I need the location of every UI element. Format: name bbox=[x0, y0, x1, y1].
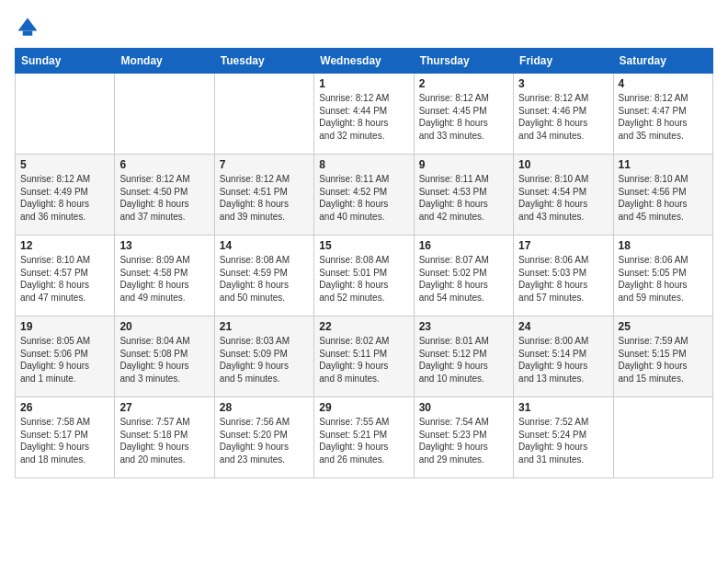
weekday-header-tuesday: Tuesday bbox=[214, 49, 313, 74]
day-number: 15 bbox=[319, 239, 408, 252]
day-number: 8 bbox=[319, 158, 408, 171]
calendar-cell: 21Sunrise: 8:03 AMSunset: 5:09 PMDayligh… bbox=[214, 316, 313, 397]
day-info: Sunrise: 8:02 AMSunset: 5:11 PMDaylight:… bbox=[319, 335, 408, 385]
day-info: Sunrise: 8:12 AMSunset: 4:49 PMDaylight:… bbox=[20, 173, 109, 223]
calendar-cell: 4Sunrise: 8:12 AMSunset: 4:47 PMDaylight… bbox=[613, 74, 712, 155]
calendar-cell: 27Sunrise: 7:57 AMSunset: 5:18 PMDayligh… bbox=[115, 397, 214, 478]
day-number: 18 bbox=[619, 239, 708, 252]
calendar-cell: 20Sunrise: 8:04 AMSunset: 5:08 PMDayligh… bbox=[115, 316, 214, 397]
day-number: 6 bbox=[119, 158, 209, 171]
day-number: 13 bbox=[119, 239, 209, 252]
calendar-cell: 5Sunrise: 8:12 AMSunset: 4:49 PMDaylight… bbox=[16, 155, 115, 236]
calendar-cell: 7Sunrise: 8:12 AMSunset: 4:51 PMDaylight… bbox=[214, 155, 313, 236]
header bbox=[15, 15, 713, 40]
calendar-cell: 17Sunrise: 8:06 AMSunset: 5:03 PMDayligh… bbox=[514, 236, 613, 316]
day-info: Sunrise: 8:00 AMSunset: 5:14 PMDaylight:… bbox=[518, 335, 608, 385]
calendar-cell: 12Sunrise: 8:10 AMSunset: 4:57 PMDayligh… bbox=[16, 236, 115, 316]
calendar-cell bbox=[214, 74, 313, 155]
day-number: 24 bbox=[518, 320, 608, 333]
day-number: 23 bbox=[419, 320, 508, 333]
calendar-cell: 9Sunrise: 8:11 AMSunset: 4:53 PMDaylight… bbox=[414, 155, 513, 236]
calendar-cell: 29Sunrise: 7:55 AMSunset: 5:21 PMDayligh… bbox=[314, 397, 414, 478]
calendar-cell: 10Sunrise: 8:10 AMSunset: 4:54 PMDayligh… bbox=[514, 155, 613, 236]
calendar-cell bbox=[613, 397, 712, 478]
calendar-cell: 30Sunrise: 7:54 AMSunset: 5:23 PMDayligh… bbox=[414, 397, 513, 478]
day-number: 19 bbox=[20, 320, 109, 333]
week-row-2: 5Sunrise: 8:12 AMSunset: 4:49 PMDaylight… bbox=[16, 155, 713, 236]
calendar-cell: 11Sunrise: 8:10 AMSunset: 4:56 PMDayligh… bbox=[613, 155, 712, 236]
day-info: Sunrise: 8:07 AMSunset: 5:02 PMDaylight:… bbox=[419, 254, 508, 304]
day-number: 7 bbox=[220, 158, 309, 171]
day-info: Sunrise: 8:12 AMSunset: 4:44 PMDaylight:… bbox=[319, 92, 408, 142]
day-number: 5 bbox=[20, 158, 109, 171]
logo bbox=[15, 15, 44, 40]
day-number: 11 bbox=[619, 158, 708, 171]
day-info: Sunrise: 8:08 AMSunset: 5:01 PMDaylight:… bbox=[319, 254, 408, 304]
calendar-cell: 19Sunrise: 8:05 AMSunset: 5:06 PMDayligh… bbox=[16, 316, 115, 397]
day-info: Sunrise: 8:10 AMSunset: 4:56 PMDaylight:… bbox=[619, 173, 708, 223]
day-info: Sunrise: 8:04 AMSunset: 5:08 PMDaylight:… bbox=[119, 335, 209, 385]
day-number: 25 bbox=[619, 320, 708, 333]
day-info: Sunrise: 8:11 AMSunset: 4:53 PMDaylight:… bbox=[419, 173, 508, 223]
day-info: Sunrise: 8:12 AMSunset: 4:47 PMDaylight:… bbox=[619, 92, 708, 142]
day-info: Sunrise: 7:57 AMSunset: 5:18 PMDaylight:… bbox=[119, 416, 209, 465]
day-info: Sunrise: 7:52 AMSunset: 5:24 PMDaylight:… bbox=[518, 416, 608, 465]
calendar-cell: 2Sunrise: 8:12 AMSunset: 4:45 PMDaylight… bbox=[414, 74, 513, 155]
day-number: 31 bbox=[518, 401, 608, 414]
calendar-cell: 26Sunrise: 7:58 AMSunset: 5:17 PMDayligh… bbox=[16, 397, 115, 478]
calendar-container: SundayMondayTuesdayWednesdayThursdayFrid… bbox=[0, 0, 728, 488]
day-info: Sunrise: 7:54 AMSunset: 5:23 PMDaylight:… bbox=[419, 416, 508, 465]
day-info: Sunrise: 8:03 AMSunset: 5:09 PMDaylight:… bbox=[220, 335, 309, 385]
day-info: Sunrise: 8:12 AMSunset: 4:51 PMDaylight:… bbox=[220, 173, 309, 223]
day-info: Sunrise: 8:12 AMSunset: 4:50 PMDaylight:… bbox=[119, 173, 209, 223]
day-info: Sunrise: 8:10 AMSunset: 4:57 PMDaylight:… bbox=[20, 254, 109, 304]
day-number: 2 bbox=[419, 77, 508, 90]
calendar-cell: 25Sunrise: 7:59 AMSunset: 5:15 PMDayligh… bbox=[613, 316, 712, 397]
day-number: 9 bbox=[419, 158, 508, 171]
day-number: 1 bbox=[319, 77, 408, 90]
day-number: 17 bbox=[518, 239, 608, 252]
day-number: 16 bbox=[419, 239, 508, 252]
calendar-cell: 15Sunrise: 8:08 AMSunset: 5:01 PMDayligh… bbox=[314, 236, 414, 316]
day-info: Sunrise: 8:06 AMSunset: 5:03 PMDaylight:… bbox=[518, 254, 608, 304]
day-number: 28 bbox=[220, 401, 309, 414]
weekday-header-friday: Friday bbox=[514, 49, 613, 74]
day-number: 20 bbox=[119, 320, 209, 333]
day-info: Sunrise: 8:12 AMSunset: 4:46 PMDaylight:… bbox=[518, 92, 608, 142]
week-row-1: 1Sunrise: 8:12 AMSunset: 4:44 PMDaylight… bbox=[16, 74, 713, 155]
day-number: 21 bbox=[220, 320, 309, 333]
day-info: Sunrise: 8:01 AMSunset: 5:12 PMDaylight:… bbox=[419, 335, 508, 385]
calendar-table: SundayMondayTuesdayWednesdayThursdayFrid… bbox=[15, 48, 713, 478]
calendar-cell: 22Sunrise: 8:02 AMSunset: 5:11 PMDayligh… bbox=[314, 316, 414, 397]
weekday-header-wednesday: Wednesday bbox=[314, 49, 414, 74]
calendar-cell: 8Sunrise: 8:11 AMSunset: 4:52 PMDaylight… bbox=[314, 155, 414, 236]
day-info: Sunrise: 8:05 AMSunset: 5:06 PMDaylight:… bbox=[20, 335, 109, 385]
calendar-cell: 31Sunrise: 7:52 AMSunset: 5:24 PMDayligh… bbox=[514, 397, 613, 478]
weekday-header-monday: Monday bbox=[115, 49, 214, 74]
week-row-5: 26Sunrise: 7:58 AMSunset: 5:17 PMDayligh… bbox=[16, 397, 713, 478]
svg-marker-0 bbox=[18, 18, 38, 31]
day-info: Sunrise: 7:56 AMSunset: 5:20 PMDaylight:… bbox=[220, 416, 309, 465]
day-info: Sunrise: 8:10 AMSunset: 4:54 PMDaylight:… bbox=[518, 173, 608, 223]
calendar-cell: 16Sunrise: 8:07 AMSunset: 5:02 PMDayligh… bbox=[414, 236, 513, 316]
day-number: 29 bbox=[319, 401, 408, 414]
calendar-cell: 23Sunrise: 8:01 AMSunset: 5:12 PMDayligh… bbox=[414, 316, 513, 397]
calendar-cell bbox=[16, 74, 115, 155]
calendar-cell: 14Sunrise: 8:08 AMSunset: 4:59 PMDayligh… bbox=[214, 236, 313, 316]
svg-rect-1 bbox=[23, 31, 33, 36]
day-info: Sunrise: 8:06 AMSunset: 5:05 PMDaylight:… bbox=[619, 254, 708, 304]
day-number: 12 bbox=[20, 239, 109, 252]
day-info: Sunrise: 7:59 AMSunset: 5:15 PMDaylight:… bbox=[619, 335, 708, 385]
calendar-cell: 3Sunrise: 8:12 AMSunset: 4:46 PMDaylight… bbox=[514, 74, 613, 155]
calendar-cell: 18Sunrise: 8:06 AMSunset: 5:05 PMDayligh… bbox=[613, 236, 712, 316]
weekday-header-thursday: Thursday bbox=[414, 49, 513, 74]
week-row-4: 19Sunrise: 8:05 AMSunset: 5:06 PMDayligh… bbox=[16, 316, 713, 397]
calendar-cell: 6Sunrise: 8:12 AMSunset: 4:50 PMDaylight… bbox=[115, 155, 214, 236]
day-info: Sunrise: 7:58 AMSunset: 5:17 PMDaylight:… bbox=[20, 416, 109, 465]
calendar-cell bbox=[115, 74, 214, 155]
day-info: Sunrise: 8:11 AMSunset: 4:52 PMDaylight:… bbox=[319, 173, 408, 223]
day-number: 30 bbox=[419, 401, 508, 414]
day-info: Sunrise: 8:08 AMSunset: 4:59 PMDaylight:… bbox=[220, 254, 309, 304]
day-info: Sunrise: 8:12 AMSunset: 4:45 PMDaylight:… bbox=[419, 92, 508, 142]
calendar-cell: 24Sunrise: 8:00 AMSunset: 5:14 PMDayligh… bbox=[514, 316, 613, 397]
